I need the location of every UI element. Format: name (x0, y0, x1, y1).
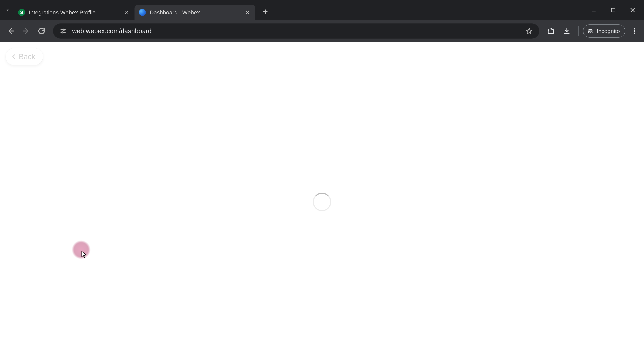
puzzle-icon (547, 27, 554, 35)
favicon-webex-icon (139, 9, 146, 16)
reload-icon (38, 27, 46, 35)
svg-point-4 (591, 31, 592, 33)
extensions-button[interactable] (544, 24, 558, 38)
chevron-left-icon (11, 54, 17, 60)
toolbar-divider (578, 26, 578, 36)
address-bar[interactable]: web.webex.com/dashboard (53, 23, 539, 38)
tune-icon (60, 28, 66, 34)
svg-point-1 (63, 29, 65, 30)
maximize-icon (610, 7, 616, 13)
close-icon (630, 7, 636, 13)
page-back-label: Back (19, 52, 35, 61)
star-icon (526, 27, 533, 35)
tab-dashboard-webex[interactable]: Dashboard · Webex (134, 5, 255, 20)
tab-close-button[interactable] (124, 9, 130, 16)
svg-point-2 (62, 32, 63, 33)
kebab-icon (634, 27, 635, 35)
incognito-label: Incognito (597, 28, 620, 34)
loading-spinner-icon (313, 193, 331, 211)
svg-point-7 (634, 32, 635, 34)
window-minimize-button[interactable] (589, 5, 599, 15)
incognito-indicator[interactable]: Incognito (583, 24, 625, 37)
close-icon (245, 10, 250, 15)
chevron-down-icon (5, 7, 10, 13)
site-info-button[interactable] (59, 27, 68, 35)
svg-rect-0 (611, 8, 615, 12)
cursor-highlight-icon (72, 241, 90, 259)
minimize-icon (590, 7, 597, 13)
tab-title: Dashboard · Webex (150, 9, 240, 16)
favicon-green-s-icon: S (18, 9, 25, 16)
svg-point-6 (634, 30, 635, 32)
window-frame: S Integrations Webex Profile Dashboard ·… (0, 0, 644, 362)
nav-forward-button[interactable] (19, 24, 33, 38)
browser-chrome: S Integrations Webex Profile Dashboard ·… (0, 0, 644, 42)
arrow-left-icon (6, 27, 15, 35)
new-tab-button[interactable] (259, 6, 271, 18)
url-text: web.webex.com/dashboard (72, 27, 520, 35)
arrow-right-icon (22, 27, 30, 35)
svg-point-5 (634, 28, 635, 29)
page-content: Back (0, 42, 644, 362)
tab-integrations-webex-profile[interactable]: S Integrations Webex Profile (14, 5, 134, 20)
reload-button[interactable] (34, 24, 49, 38)
close-icon (124, 10, 129, 15)
window-controls (589, 0, 642, 20)
browser-menu-button[interactable] (628, 24, 640, 38)
window-maximize-button[interactable] (608, 5, 618, 15)
downloads-button[interactable] (560, 24, 574, 38)
toolbar-right: Incognito (544, 24, 640, 38)
incognito-icon (587, 28, 594, 34)
tab-close-button[interactable] (244, 9, 251, 16)
nav-back-button[interactable] (4, 24, 18, 38)
tab-strip: S Integrations Webex Profile Dashboard ·… (0, 0, 644, 20)
svg-point-3 (588, 31, 590, 33)
bookmark-button[interactable] (525, 27, 534, 35)
tab-search-dropdown[interactable] (3, 5, 12, 15)
page-back-button[interactable]: Back (6, 48, 43, 65)
download-icon (563, 27, 571, 35)
tab-title: Integrations Webex Profile (29, 9, 120, 16)
toolbar: web.webex.com/dashboard (0, 20, 644, 42)
window-close-button[interactable] (628, 5, 638, 15)
plus-icon (262, 8, 269, 15)
